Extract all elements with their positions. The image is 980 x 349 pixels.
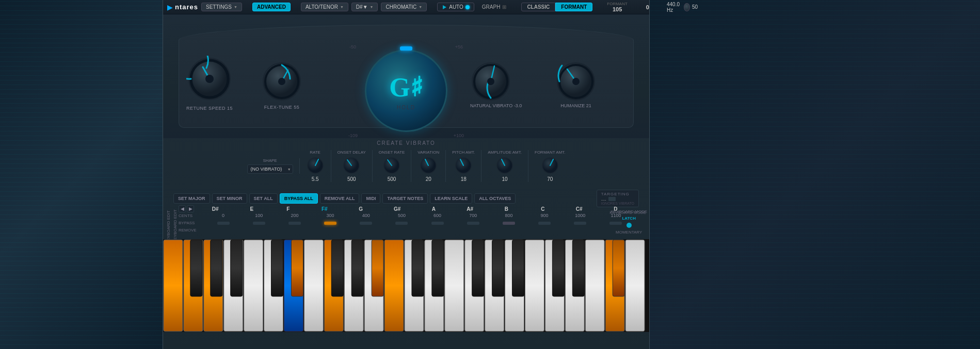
humanize-knob-wrap	[555, 61, 597, 102]
tuning-value: 440.0 Hz	[667, 2, 682, 13]
voice-type-label: ALTO/TENOR	[306, 4, 338, 10]
keyboard-mode-vertical: KEYBOARD MODE	[611, 209, 647, 214]
flex-tune-knob-svg[interactable]	[261, 61, 302, 102]
note-col-4: G	[343, 206, 379, 212]
svg-point-4	[205, 75, 214, 83]
scale-bottom-right: +100	[454, 133, 464, 138]
svg-rect-68	[512, 240, 524, 296]
onset-rate-value: 500	[388, 176, 396, 182]
bg-right-lines	[650, 0, 980, 349]
set-major-btn[interactable]: SET MAJOR	[173, 193, 210, 204]
set-all-btn[interactable]: SET ALL	[249, 193, 278, 204]
pitch-amt-knob[interactable]	[454, 156, 473, 175]
learn-scale-btn[interactable]: LEARN SCALE	[430, 193, 472, 204]
bypass-dot-8	[503, 222, 515, 225]
right-keyboard-controls: KEYBOARD MODE LATCH MOMENTARY	[611, 209, 647, 235]
keyboard-edit-vertical: KEYBOARD EDIT	[173, 209, 178, 243]
pitch-circle: G♯ HOLD	[365, 49, 447, 132]
humanize-knob-svg[interactable]	[555, 61, 597, 102]
remove-all-btn[interactable]: REMOVE ALL	[320, 193, 360, 204]
onset-delay-label: ONSET DELAY	[338, 150, 366, 155]
set-minor-btn[interactable]: SET MINOR	[212, 193, 247, 204]
tuning-knob[interactable]	[684, 3, 690, 11]
humanize-value: 21	[586, 103, 591, 108]
vibrato-section-title: CREATE VIBRATO	[173, 140, 639, 146]
onset-delay-knob[interactable]	[342, 156, 361, 175]
scale-left: -50	[349, 44, 356, 49]
cents-3: 300	[313, 213, 348, 218]
formant-amt-knob[interactable]	[541, 156, 559, 175]
scale-dropdown[interactable]: CHROMATIC	[381, 3, 427, 11]
retune-speed-knob-svg[interactable]	[186, 56, 233, 102]
svg-rect-59	[271, 240, 283, 296]
rate-knob[interactable]	[306, 156, 325, 175]
midi-btn[interactable]: MIDI	[361, 193, 380, 204]
cents-row: CENTS 0 100 200 300 400 500 600 700 800 …	[179, 213, 634, 218]
targeting-dots: ....	[601, 196, 606, 202]
tab-advanced[interactable]: ADVANCED	[252, 3, 291, 11]
cents-10: 1000	[563, 213, 598, 218]
note-col-3: F#	[307, 206, 343, 212]
svg-rect-36	[244, 240, 263, 331]
scale-bottom-left: -109	[348, 133, 358, 138]
svg-rect-57	[211, 240, 222, 296]
graph-icon: ⊞	[502, 4, 506, 10]
svg-rect-60	[291, 240, 303, 296]
flex-tune-knob-wrap	[261, 61, 302, 102]
cents-7: 700	[455, 213, 491, 218]
onset-delay-value: 500	[347, 176, 356, 182]
formant-mode-btn[interactable]: FORMANT	[555, 3, 592, 11]
bypass-ind-3	[313, 222, 348, 225]
logo: ▶ ntares	[167, 3, 198, 11]
onset-rate-knob[interactable]	[382, 156, 401, 175]
note-col-10: C#	[561, 206, 598, 212]
svg-rect-55	[625, 240, 645, 331]
svg-rect-62	[351, 240, 363, 296]
bypass-all-btn[interactable]: BYPASS ALL	[280, 193, 318, 204]
svg-rect-67	[492, 240, 504, 296]
latch-label: LATCH	[622, 216, 636, 221]
bypass-ind-4	[348, 222, 384, 225]
formant-value: 105	[613, 6, 622, 12]
classic-mode-btn[interactable]: CLASSIC	[521, 3, 555, 11]
scale-value: CHROMATIC	[385, 4, 416, 10]
bypass-dot-5	[395, 222, 408, 225]
note-col-6: A	[415, 206, 452, 212]
auto-button[interactable]: AUTO	[437, 3, 474, 11]
key-dropdown[interactable]: D#▼	[351, 3, 378, 11]
svg-rect-53	[585, 240, 604, 331]
variation-label: VARIATION	[417, 150, 439, 155]
graph-button[interactable]: GRAPH ⊞	[477, 3, 511, 11]
bypass-dot-2	[288, 222, 301, 225]
natural-vibrato-knob-svg[interactable]	[470, 61, 511, 102]
knob-area: RETUNE SPEED 15	[163, 14, 649, 138]
target-notes-btn[interactable]: TARGET NOTES	[382, 193, 428, 204]
svg-rect-63	[372, 240, 383, 296]
note-col-0: D#	[197, 206, 234, 212]
pitch-amt-label: PITCH AMT.	[452, 150, 475, 155]
all-octaves-btn[interactable]: ALL OCTAVES	[474, 193, 516, 204]
voice-type-dropdown[interactable]: ALTO/TENOR	[301, 3, 348, 11]
nat-vibrato-knob-wrap	[470, 61, 511, 102]
retune-speed-label: RETUNE SPEED 15	[186, 106, 233, 111]
amplitude-amt-knob[interactable]	[495, 156, 514, 175]
targeting-value: ....	[601, 196, 634, 202]
shape-select[interactable]: (NO VIBRATO)	[247, 164, 293, 174]
bypass-ind-2	[277, 222, 312, 225]
flex-tune-label: FLEX-TUNE 55	[264, 105, 300, 110]
svg-rect-39	[304, 240, 323, 331]
nav-right-btn[interactable]: ▶	[187, 205, 194, 212]
cents-6: 600	[420, 213, 455, 218]
note-col-1: E	[234, 206, 270, 212]
remove-row: REMOVE	[179, 228, 634, 232]
rate-value: 5.5	[312, 176, 319, 182]
latch-indicator[interactable]	[626, 223, 632, 228]
variation-knob[interactable]	[419, 156, 438, 175]
onset-rate-label: ONSET RATE	[379, 150, 405, 155]
settings-dropdown[interactable]: SETTINGS	[201, 3, 242, 11]
amplitude-amt-label: AMPLITUDE AMT.	[488, 150, 522, 155]
key-value: D#▼	[356, 4, 368, 10]
scale-right: +56	[455, 44, 463, 49]
bypass-dot-0	[217, 222, 230, 225]
top-bar: ▶ ntares SETTINGS ADVANCED ALTO/TENOR D#…	[163, 0, 649, 14]
